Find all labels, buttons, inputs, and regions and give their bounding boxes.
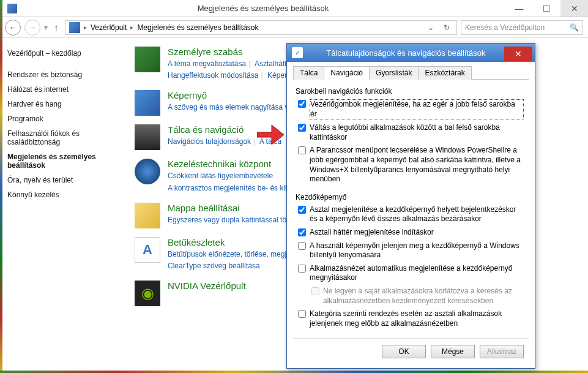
chk-label[interactable]: Asztali háttér megjelenítése indításkor [310,228,524,238]
tab-taskbar[interactable]: Tálca [293,66,324,80]
nvidia-icon: ◉ [135,281,160,306]
dialog-titlebar[interactable]: ✓ Tálcatulajdonságok és navigációs beáll… [287,43,535,62]
category-link[interactable]: Egyszeres vagy dupla kattintással történ… [168,216,303,224]
dialog-icon: ✓ [292,47,303,58]
maximize-button[interactable]: ☐ [533,0,560,17]
tab-jumplists[interactable]: Gyorslisták [369,66,419,80]
display-icon [135,90,160,116]
sidebar-item[interactable]: Óra, nyelv és terület [7,173,115,187]
search-icon: 🔍 [570,23,579,32]
chk-start-on-display[interactable] [298,242,306,250]
back-button[interactable]: ← [5,20,21,36]
breadcrumb-current[interactable]: Megjelenés és személyes beállítások [137,23,258,32]
chk-apps-view[interactable] [298,265,306,273]
category-link[interactable]: Hangeffektusok módosítása [168,71,259,80]
folder-icon [135,203,160,228]
main-titlebar: Megjelenés és személyes beállítások — ☐ … [0,0,588,17]
dialog-close-button[interactable]: ✕ [504,47,532,61]
sidebar-item[interactable]: Programok [7,111,115,126]
sidebar-item[interactable]: Felhasználói fiókok és családbiztonság [7,126,115,149]
up-button[interactable]: ↑ [51,23,61,32]
sidebar-item[interactable]: Könnyű kezelés [7,187,115,202]
chk-label[interactable]: Asztal megjelenítése a kezdőképernyő hel… [310,205,524,224]
chk-label[interactable]: A Parancssor menüpont lecserélése a Wind… [310,146,524,184]
chk-label[interactable]: Vezérlőgombok megjelenítése, ha az egér … [310,99,524,119]
category-title[interactable]: Kezeléstechnikai központ [168,159,289,169]
personalize-icon [135,47,160,72]
chk-label[interactable]: Váltás a legutóbbi alkalmazások között a… [310,123,524,142]
font-icon: A [135,237,160,263]
path-icon [69,22,80,33]
category-title[interactable]: Személyre szabás [168,47,299,57]
refresh-button[interactable]: ↻ [441,23,453,32]
forward-button[interactable]: → [24,20,40,36]
sidebar-home[interactable]: Vezérlőpult – kezdőlap [7,47,115,60]
sidebar: Vezérlőpult – kezdőlap Rendszer és bizto… [0,38,122,373]
category-title[interactable]: Tálca és navigáció [168,124,281,135]
cancel-button[interactable]: Mégse [431,345,475,358]
group-corner-nav: Sarokbeli navigációs funkciók [296,87,526,96]
category-link[interactable]: Csökkent látás figyelembevétele [168,171,273,180]
ease-icon [135,159,160,184]
taskbar-icon [135,124,160,150]
tab-navigation[interactable]: Navigáció [324,66,370,80]
dialog-title: Tálcatulajdonságok és navigációs beállít… [308,48,504,58]
chk-show-charms[interactable] [298,100,306,108]
minimize-button[interactable]: — [505,0,533,17]
category-link[interactable]: ClearType szöveg beállítása [168,262,260,270]
chk-label: Ne legyen a saját alkalmazásokra korláto… [323,287,524,306]
chk-search-everywhere [311,287,319,295]
group-start: Kezdőképernyő [296,193,526,202]
category-link[interactable]: A kontrasztos megjelenítés be- és kik [168,184,289,192]
tab-toolbars[interactable]: Eszköztárak [418,66,471,80]
category-link[interactable]: A szöveg és más elemek nagyítása va [168,103,292,111]
chk-desktop-bg[interactable] [298,228,306,236]
chk-desktop-apps-first[interactable] [298,310,306,318]
sidebar-item[interactable]: Hálózat és internet [7,82,115,97]
tabstrip: Tálca Navigáció Gyorslisták Eszköztárak [293,66,529,80]
chk-label[interactable]: A használt képernyőn jelenjen meg a kezd… [310,241,524,260]
ok-button[interactable]: OK [382,345,426,358]
sidebar-item[interactable]: Hardver és hang [7,97,115,111]
chk-switch-apps[interactable] [298,124,306,132]
category-link[interactable]: A tálca [259,137,281,146]
breadcrumb-root[interactable]: Vezérlőpult [91,23,127,32]
history-dropdown[interactable]: ⌄ [425,23,437,32]
sidebar-item-current[interactable]: Megjelenés és személyes beállítások [7,149,115,173]
search-input[interactable]: Keresés a Vezérlőpulton 🔍 [461,20,583,35]
window-title: Megjelenés és személyes beállítások [21,4,505,13]
chk-powershell[interactable] [298,146,306,154]
category-title[interactable]: Képernyő [168,90,292,100]
chk-label[interactable]: Alkalmazásnézet automatikus megjelenítés… [310,264,524,283]
category-link[interactable]: Navigációs tulajdonságok [168,137,251,146]
cp-icon [7,4,17,13]
sidebar-item[interactable]: Rendszer és biztonság [7,67,115,82]
category-title[interactable]: NVIDIA Vezérlőpult [168,281,246,291]
addressbar: ← → ▾ ↑ ▸ Vezérlőpult ▸ Megjelenés és sz… [0,17,588,38]
close-button[interactable]: ✕ [560,0,588,17]
breadcrumb[interactable]: ▸ Vezérlőpult ▸ Megjelenés és személyes … [65,20,457,35]
taskbar-properties-dialog: ✓ Tálcatulajdonságok és navigációs beáll… [286,43,535,369]
category-title[interactable]: Mappa beállításai [168,203,303,213]
chk-label[interactable]: Kategória szerinti rendezés esetén az as… [310,309,524,328]
apply-button: Alkalmaz [480,345,524,358]
category-link[interactable]: A téma megváltoztatása [168,59,246,68]
chk-desktop-on-signin[interactable] [298,206,306,214]
